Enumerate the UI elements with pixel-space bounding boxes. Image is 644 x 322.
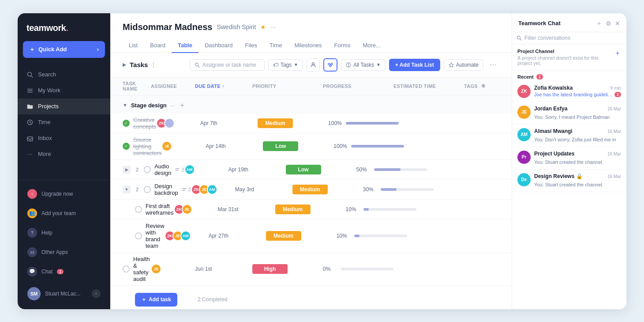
svg-point-11	[331, 63, 333, 65]
chat-close-button[interactable]: ✕	[615, 20, 620, 27]
tasks-options-dots[interactable]: ⋮	[150, 61, 157, 68]
tab-dashboard[interactable]: Dashboard	[198, 38, 239, 53]
tab-board[interactable]: Board	[144, 38, 172, 53]
project-channel-add-button[interactable]: ＋	[614, 49, 621, 58]
chat-button[interactable]: 💬 Chat 1	[23, 263, 105, 280]
sidebar-item-time[interactable]: Time	[18, 114, 110, 130]
tag-icon: 🏷	[273, 62, 278, 68]
unread-badge-zofia: 1	[614, 92, 621, 97]
logo: teamwork.	[18, 13, 110, 41]
add-column-icon[interactable]: ⊕	[481, 83, 485, 89]
chat-filter-input[interactable]: Filter conversations	[524, 35, 622, 41]
star-icon[interactable]: ★	[260, 23, 266, 30]
chat-settings-button[interactable]: ⚙	[606, 20, 611, 27]
collapse-tasks-icon[interactable]: ▶	[123, 62, 126, 68]
chat-add-button[interactable]: ＋	[596, 19, 602, 27]
add-team-button[interactable]: 👥 Add your team	[23, 205, 105, 222]
chat-item-preview-almasi: You: Don't worry, Zofia just filled me i…	[534, 137, 616, 142]
list-item[interactable]: JE Jordan Esfya 16 Mar You: Sorry, I mea…	[512, 102, 626, 125]
tab-list[interactable]: List	[123, 38, 144, 53]
section-dots-stage-design[interactable]: ···	[170, 102, 175, 109]
table-row: Health & safety audit JE Jun 1st High 0%	[110, 253, 512, 286]
collapse-sidebar-button[interactable]: ‹	[92, 289, 101, 298]
chat-search-bar[interactable]: Filter conversations	[512, 32, 626, 44]
filter-group-button[interactable]	[323, 58, 337, 72]
list-item[interactable]: Pr Project Updates 16 Mar You: Stuart cr…	[512, 147, 626, 170]
sidebar-item-more[interactable]: ··· More	[18, 146, 110, 162]
th-due-date[interactable]: Due Date ↑	[195, 81, 252, 91]
chat-item-name-almasi: Almasi Mwangi	[534, 128, 573, 134]
list-item[interactable]: AM Almasi Mwangi 16 Mar You: Don't worry…	[512, 125, 626, 147]
quick-add-button[interactable]: ＋ Quick Add ›	[23, 41, 105, 58]
tab-milestones[interactable]: Milestones	[288, 38, 328, 53]
section-collapse-icon[interactable]: ▼	[123, 102, 127, 108]
add-task-list-button[interactable]: + Add Task List	[389, 59, 440, 71]
task-check-review-brand[interactable]	[135, 232, 142, 239]
subtask-count-label: 2	[136, 187, 139, 192]
sidebar-item-label-projects: Projects	[38, 103, 59, 110]
section-stage-design: ▼ Stage design ··· ＋	[110, 95, 512, 114]
task-name-health-safety: Health & safety audit	[133, 256, 151, 282]
chat-item-top-zofia: Zofia Kowalska 9 min	[534, 85, 621, 91]
expand-design-backdrop[interactable]: ▼	[123, 186, 131, 193]
sidebar-item-search[interactable]: Search	[18, 67, 110, 83]
add-task-button[interactable]: ＋ Add task	[135, 293, 177, 307]
upgrade-label: Upgrade now	[41, 191, 73, 197]
chat-panel: Teamwork Chat ＋ ⚙ ✕ Filter conversations…	[512, 13, 626, 309]
task-check-health[interactable]	[123, 265, 130, 273]
automate-label: Automate	[456, 62, 479, 68]
all-tasks-filter-button[interactable]: All Tasks ▼	[341, 59, 386, 71]
tab-more[interactable]: More...	[356, 38, 386, 53]
sidebar-item-my-work[interactable]: My Work	[18, 83, 110, 98]
user-profile[interactable]: SM Stuart McLac... ‹	[23, 283, 105, 302]
expand-audio-design[interactable]: ▶	[123, 166, 131, 174]
main-header: Midsommar Madness Swedish Spirit ★ ··· L…	[110, 13, 512, 53]
assignee-search-box[interactable]: Assignee or task name	[190, 59, 265, 71]
upgrade-now-button[interactable]: ↑ Upgrade now	[23, 186, 105, 202]
sidebar-item-projects[interactable]: Projects	[18, 98, 110, 114]
recent-header: Recent 1	[512, 71, 626, 81]
section-add-stage-design[interactable]: ＋	[179, 101, 186, 110]
avatar-je: JE	[161, 141, 172, 152]
assignees-first-draft: ZK JE	[174, 204, 218, 215]
tags-filter-button[interactable]: 🏷 Tags ▼	[268, 59, 303, 71]
add-team-label: Add your team	[41, 210, 76, 216]
due-date-audio-design: Apr 19th	[228, 167, 286, 173]
sidebar-item-label-inbox: Inbox	[38, 135, 52, 141]
tab-forms[interactable]: Forms	[328, 38, 357, 53]
progress-text: 100%	[328, 120, 342, 126]
avatar: SM	[27, 287, 41, 300]
logo-dot: .	[66, 23, 68, 33]
chat-item-preview-jordan: You: Sorry, I meant Project Batman	[534, 114, 610, 120]
assignees-design-backdrop: ZK JE AM	[191, 184, 235, 195]
tab-time[interactable]: Time	[263, 38, 288, 53]
priority-creative-concepts: Medium	[258, 118, 293, 128]
sidebar-item-inbox[interactable]: Inbox	[18, 130, 110, 146]
dots-icon: ···	[26, 151, 34, 158]
progress-text: 100%	[333, 143, 348, 149]
avatar-am: AM	[184, 164, 195, 175]
chat-item-time-zofia: 9 min	[610, 86, 621, 91]
list-item[interactable]: De Design Reviews 🔒 16 Mar You: Stuart c…	[512, 170, 626, 192]
task-check-first-draft[interactable]	[135, 206, 142, 213]
more-options-dots[interactable]: ⋯	[487, 59, 499, 71]
automate-button[interactable]: Automate	[444, 59, 483, 71]
task-check-source-lighting[interactable]: ✓	[123, 143, 130, 150]
main-tabs: List Board Table Dashboard Files Time Mi…	[123, 38, 499, 53]
other-apps-button[interactable]: ⚏ Other Apps	[23, 244, 105, 261]
tab-files[interactable]: Files	[239, 38, 263, 53]
grid-icon	[26, 87, 34, 94]
task-check-design-backdrop[interactable]	[144, 186, 151, 193]
task-check-audio-design[interactable]	[144, 166, 151, 173]
chat-item-body-zofia: Zofia Kowalska 9 min Joe has the latest …	[534, 85, 621, 98]
help-button[interactable]: ? Help	[23, 224, 105, 241]
chat-icon: 💬	[27, 267, 37, 277]
assignees-health-safety: JE	[151, 264, 195, 274]
project-more-dots[interactable]: ···	[270, 23, 276, 30]
project-channel-desc: A project channel doesn't exist for this…	[517, 55, 614, 66]
person-filter-button[interactable]	[307, 58, 320, 72]
tab-table[interactable]: Table	[172, 38, 198, 53]
task-check-creative-concepts[interactable]: ✓	[123, 120, 130, 127]
progress-bar	[381, 188, 397, 191]
list-item[interactable]: ZK Zofia Kowalska 9 min Joe has the late…	[512, 81, 626, 102]
